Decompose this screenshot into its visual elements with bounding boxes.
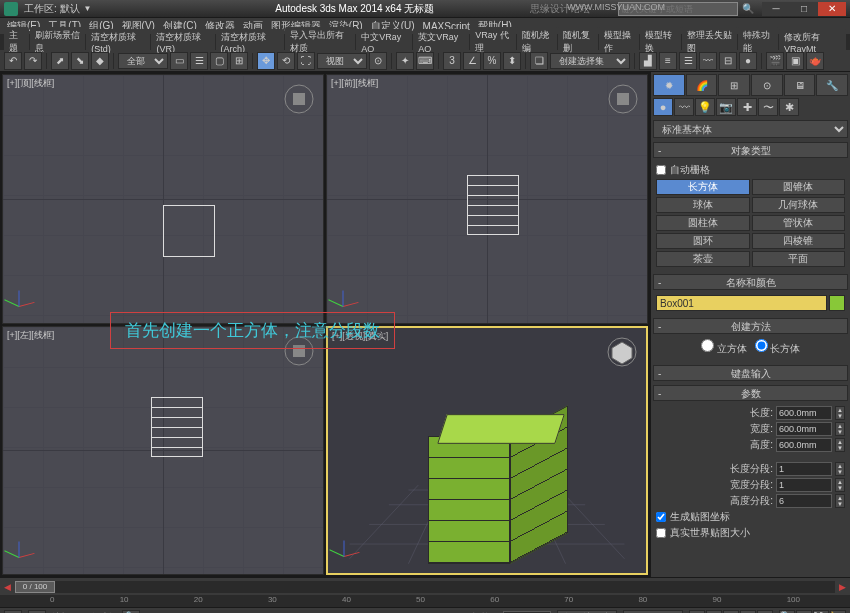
motion-tab[interactable]: ⊙: [751, 74, 783, 96]
curve-editor-button[interactable]: 〰: [699, 52, 717, 70]
goto-end-button[interactable]: ⏭: [757, 610, 773, 614]
display-tab[interactable]: 🖥: [784, 74, 816, 96]
prim-pyramid[interactable]: 四棱锥: [752, 233, 846, 249]
lseg-input[interactable]: [776, 462, 832, 476]
prim-sphere[interactable]: 球体: [656, 197, 750, 213]
percent-snap-button[interactable]: %: [483, 52, 501, 70]
time-thumb[interactable]: 0 / 100: [15, 581, 55, 593]
viewport-label[interactable]: [+][顶][线框]: [7, 77, 54, 90]
angle-snap-button[interactable]: ∠: [463, 52, 481, 70]
zoom-button[interactable]: 🔍: [779, 610, 795, 614]
modify-tab[interactable]: 🌈: [686, 74, 718, 96]
next-frame-button[interactable]: ▶: [740, 610, 756, 614]
link-button[interactable]: ⬈: [51, 52, 69, 70]
spacewarps-icon[interactable]: 〜: [758, 98, 778, 116]
rollout-keyboard[interactable]: 键盘输入: [653, 365, 848, 381]
unlink-button[interactable]: ⬊: [71, 52, 89, 70]
radio-cube[interactable]: 立方体: [701, 339, 747, 356]
viewport-top[interactable]: [+][顶][线框]: [2, 74, 324, 324]
category-dropdown[interactable]: 标准基本体: [653, 120, 848, 138]
rotate-button[interactable]: ⟲: [277, 52, 295, 70]
named-sel-combo[interactable]: 创建选择集: [550, 53, 630, 69]
prim-plane[interactable]: 平面: [752, 251, 846, 267]
minimize-button[interactable]: ─: [762, 2, 790, 16]
select-button[interactable]: ▭: [170, 52, 188, 70]
listener-btn[interactable]: [28, 610, 46, 614]
gen-uv-checkbox[interactable]: [656, 512, 666, 522]
rollout-object-type[interactable]: 对象类型: [653, 142, 848, 158]
workspace-label[interactable]: 工作区: 默认: [24, 2, 80, 16]
spinner[interactable]: ▲▼: [835, 438, 845, 452]
scale-button[interactable]: ⛶: [297, 52, 315, 70]
rollout-params[interactable]: 参数: [653, 385, 848, 401]
viewport-label[interactable]: [+][前][线框]: [331, 77, 378, 90]
real-uv-checkbox[interactable]: [656, 528, 666, 538]
prim-teapot[interactable]: 茶壶: [656, 251, 750, 267]
render-setup-button[interactable]: 🎬: [766, 52, 784, 70]
create-tab[interactable]: ✹: [653, 74, 685, 96]
zoom-extents-button[interactable]: ⛶: [813, 610, 829, 614]
systems-icon[interactable]: ✱: [779, 98, 799, 116]
spinner-snap-button[interactable]: ⬍: [503, 52, 521, 70]
viewport-label[interactable]: [+][左][线框]: [7, 329, 54, 342]
goto-start-button[interactable]: ⏮: [689, 610, 705, 614]
maximize-button[interactable]: □: [790, 2, 818, 16]
zoom-all-button[interactable]: ⊞: [796, 610, 812, 614]
lock-button[interactable]: 🔒: [122, 610, 140, 614]
search-icon[interactable]: 🔍: [742, 3, 754, 14]
hseg-input[interactable]: [776, 494, 832, 508]
timeline-end-icon[interactable]: ▶: [839, 582, 846, 592]
width-input[interactable]: [776, 422, 832, 436]
spinner[interactable]: ▲▼: [835, 478, 845, 492]
ref-coord-combo[interactable]: 视图: [317, 53, 367, 69]
time-slider[interactable]: 0 / 100: [15, 581, 835, 593]
prim-box[interactable]: 长方体: [656, 179, 750, 195]
prev-frame-button[interactable]: ◀: [706, 610, 722, 614]
select-name-button[interactable]: ☰: [190, 52, 208, 70]
layer-button[interactable]: ☰: [679, 52, 697, 70]
close-button[interactable]: ✕: [818, 2, 846, 16]
prim-cone[interactable]: 圆锥体: [752, 179, 846, 195]
fov-button[interactable]: 📐: [830, 610, 846, 614]
hierarchy-tab[interactable]: ⊞: [718, 74, 750, 96]
mirror-button[interactable]: ▟: [639, 52, 657, 70]
select-region-button[interactable]: ▢: [210, 52, 228, 70]
geometry-icon[interactable]: ●: [653, 98, 673, 116]
length-input[interactable]: [776, 406, 832, 420]
viewport-front[interactable]: [+][前][线框]: [326, 74, 648, 324]
cameras-icon[interactable]: 📷: [716, 98, 736, 116]
spinner[interactable]: ▲▼: [835, 494, 845, 508]
undo-button[interactable]: ↶: [4, 52, 22, 70]
spinner[interactable]: ▲▼: [835, 422, 845, 436]
viewcube[interactable]: [283, 83, 315, 115]
radio-box[interactable]: 长方体: [755, 339, 801, 356]
manip-button[interactable]: ✦: [396, 52, 414, 70]
selection-filter[interactable]: 全部: [118, 53, 168, 69]
named-sel-button[interactable]: ❏: [530, 52, 548, 70]
pivot-button[interactable]: ⊙: [369, 52, 387, 70]
prim-geosphere[interactable]: 几何球体: [752, 197, 846, 213]
render-frame-button[interactable]: ▣: [786, 52, 804, 70]
dropdown-icon[interactable]: ▼: [84, 4, 92, 13]
keyboard-button[interactable]: ⌨: [416, 52, 434, 70]
autogrid-checkbox[interactable]: [656, 165, 666, 175]
wseg-input[interactable]: [776, 478, 832, 492]
color-swatch[interactable]: [829, 295, 845, 311]
utilities-tab[interactable]: 🔧: [816, 74, 848, 96]
schematic-button[interactable]: ⊟: [719, 52, 737, 70]
align-button[interactable]: ≡: [659, 52, 677, 70]
lights-icon[interactable]: 💡: [695, 98, 715, 116]
rollout-creation-method[interactable]: 创建方法: [653, 318, 848, 334]
keyfilter-combo[interactable]: 选定对象: [623, 610, 683, 614]
play-button[interactable]: ▶: [723, 610, 739, 614]
viewport-perspective[interactable]: [+][透视][真实]: [326, 326, 648, 576]
shapes-icon[interactable]: 〰: [674, 98, 694, 116]
move-button[interactable]: ✥: [257, 52, 275, 70]
helpers-icon[interactable]: ✚: [737, 98, 757, 116]
prim-cylinder[interactable]: 圆柱体: [656, 215, 750, 231]
spinner[interactable]: ▲▼: [835, 462, 845, 476]
timeline-start-icon[interactable]: ◀: [4, 582, 11, 592]
prim-torus[interactable]: 圆环: [656, 233, 750, 249]
window-crossing-button[interactable]: ⊞: [230, 52, 248, 70]
height-input[interactable]: [776, 438, 832, 452]
